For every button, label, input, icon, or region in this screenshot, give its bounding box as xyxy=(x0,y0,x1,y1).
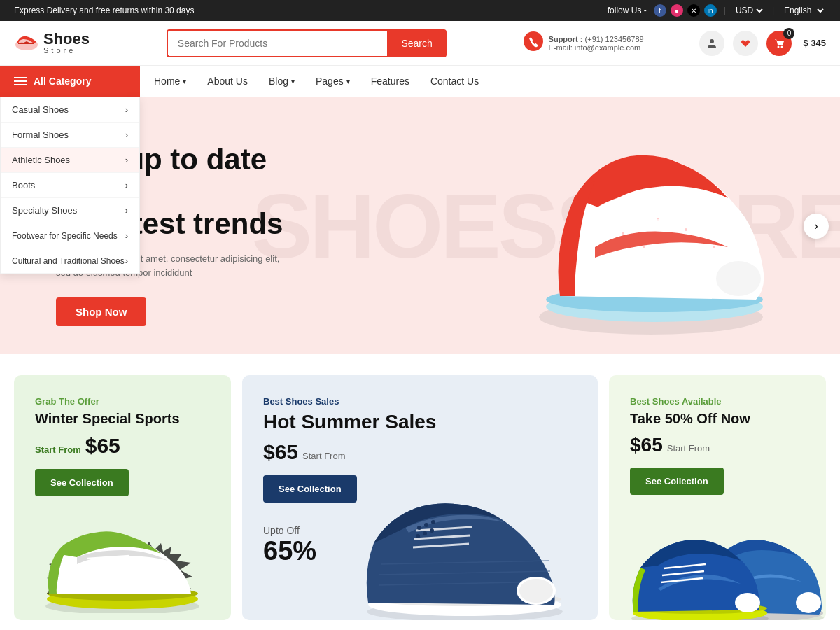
hero-shoe-svg xyxy=(518,107,784,345)
svg-point-38 xyxy=(416,534,420,538)
dropdown-item-formal[interactable]: Formal Shoes › xyxy=(1,122,139,148)
nav-blog[interactable]: Blog ▾ xyxy=(269,66,295,97)
dropdown-label: Boots xyxy=(12,180,35,190)
dropdown-item-footwear[interactable]: Footwear for Specific Needs › xyxy=(1,223,139,248)
navigation: All Category Casual Shoes › Formal Shoes… xyxy=(0,66,840,97)
svg-point-3 xyxy=(778,46,780,48)
dropdown-item-specialty[interactable]: Specialty Shoes › xyxy=(1,198,139,223)
chevron-right-icon: › xyxy=(125,230,128,241)
wishlist-button[interactable] xyxy=(733,31,758,56)
promo-card-discount: Best Shoes Available Take 50% Off Now $6… xyxy=(609,375,826,620)
cart-badge: 0 xyxy=(783,28,794,39)
svg-point-34 xyxy=(519,579,553,603)
nav-contact-label: Contact Us xyxy=(430,76,479,87)
svg-point-2 xyxy=(710,39,714,43)
dropdown-label: Casual Shoes xyxy=(12,104,69,115)
see-collection-button-1[interactable]: See Collection xyxy=(35,469,129,496)
promo-shoe-1 xyxy=(31,515,214,613)
promo-start-2: Start From xyxy=(302,451,345,461)
svg-point-8 xyxy=(622,232,624,234)
phone-icon xyxy=(524,31,543,55)
chevron-right-icon: › xyxy=(125,130,128,140)
logo[interactable]: Shoes Store xyxy=(14,28,90,58)
twitter-icon[interactable]: ✕ xyxy=(687,4,700,17)
chevron-down-icon: ▾ xyxy=(346,78,350,85)
nav-home-label: Home xyxy=(154,76,180,87)
nav-home[interactable]: Home ▾ xyxy=(154,66,186,97)
support-label: Support : xyxy=(549,35,583,43)
promo-text: Express Delivery and free returns within… xyxy=(14,6,194,15)
language-select[interactable]: EnglishFrenchSpanish xyxy=(781,5,826,16)
top-bar-right: follow Us - f ● ✕ in | USDEURGBP | Engli… xyxy=(608,4,826,17)
currency-select[interactable]: USDEURGBP xyxy=(733,5,765,16)
dropdown-label: Athletic Shoes xyxy=(12,155,70,165)
promo-price-line-1: Start From $65 xyxy=(35,434,210,458)
see-collection-button-3[interactable]: See Collection xyxy=(630,468,724,495)
promo-start-1: Start From xyxy=(35,444,81,455)
svg-point-47 xyxy=(735,593,760,612)
see-collection-button-2[interactable]: See Collection xyxy=(263,475,357,503)
svg-point-35 xyxy=(417,526,421,530)
shop-now-button[interactable]: Shop Now xyxy=(56,298,146,326)
logo-text: Shoes Store xyxy=(43,31,90,55)
svg-point-12 xyxy=(713,246,715,248)
promo-price-1: $65 xyxy=(85,434,120,458)
dropdown-item-athletic[interactable]: Athletic Shoes › xyxy=(1,148,139,173)
header-actions: 0 $ 345 xyxy=(699,31,826,56)
hero-image xyxy=(518,97,784,354)
svg-point-39 xyxy=(423,531,427,536)
nav-pages[interactable]: Pages ▾ xyxy=(316,66,350,97)
svg-point-40 xyxy=(430,528,434,533)
chevron-down-icon: ▾ xyxy=(291,78,295,85)
dropdown-item-boots[interactable]: Boots › xyxy=(1,173,139,198)
separator: | xyxy=(724,6,726,15)
header: Shoes Store Search Support : (+91) 12345… xyxy=(0,21,840,66)
follow-label: follow Us - xyxy=(608,6,647,15)
chevron-down-icon: ▾ xyxy=(183,78,186,85)
logo-store: Store xyxy=(43,47,90,55)
svg-point-4 xyxy=(781,46,783,48)
search-input[interactable] xyxy=(167,29,388,57)
dropdown-item-cultural[interactable]: Cultural and Traditional Shoes › xyxy=(1,248,139,274)
linkedin-icon[interactable]: in xyxy=(704,4,717,17)
separator2: | xyxy=(772,6,774,15)
svg-point-14 xyxy=(716,261,761,296)
main-nav: Home ▾ About Us Blog ▾ Pages ▾ Features … xyxy=(140,66,840,97)
all-category-button[interactable]: All Category xyxy=(0,66,140,97)
svg-point-1 xyxy=(524,31,543,51)
social-icons: f ● ✕ in xyxy=(654,4,717,17)
svg-point-37 xyxy=(431,520,435,524)
facebook-icon[interactable]: f xyxy=(654,4,666,17)
logo-icon xyxy=(14,28,39,58)
search-button[interactable]: Search xyxy=(387,29,446,57)
dropdown-label: Footwear for Specific Needs xyxy=(12,231,118,241)
promo-section: Grab The Offer Winter Special Sports Sta… xyxy=(0,354,840,630)
logo-name: Shoes xyxy=(43,31,90,47)
account-button[interactable] xyxy=(699,31,724,56)
nav-blog-label: Blog xyxy=(269,76,288,87)
promo-price-3: $65 xyxy=(630,434,663,456)
chevron-right-icon: › xyxy=(125,180,128,190)
dropdown-label: Cultural and Traditional Shoes xyxy=(12,256,125,266)
dropdown-item-casual[interactable]: Casual Shoes › xyxy=(1,97,139,122)
promo-small-title-3: Best Shoes Available xyxy=(630,396,805,407)
nav-features[interactable]: Features xyxy=(371,66,410,97)
svg-point-11 xyxy=(643,246,645,248)
chevron-right-icon: › xyxy=(125,104,128,115)
support-text: Support : (+91) 123456789 E-mail: info@e… xyxy=(549,35,644,52)
promo-small-title-2: Best Shoes Sales xyxy=(263,396,577,407)
instagram-icon[interactable]: ● xyxy=(671,4,683,17)
dropdown-label: Specialty Shoes xyxy=(12,205,77,216)
nav-contact[interactable]: Contact Us xyxy=(430,66,479,97)
promo-start-3: Start From xyxy=(667,443,710,454)
dropdown-label: Formal Shoes xyxy=(12,130,69,140)
promo-title-1: Winter Special Sports xyxy=(35,411,210,427)
nav-pages-label: Pages xyxy=(316,76,344,87)
hero-next-button[interactable]: › xyxy=(804,214,829,239)
nav-about[interactable]: About Us xyxy=(207,66,248,97)
header-support: Support : (+91) 123456789 E-mail: info@e… xyxy=(524,31,644,55)
promo-price-2: $65 xyxy=(263,440,298,464)
hamburger-icon xyxy=(14,77,27,85)
support-phone: (+91) 123456789 xyxy=(585,35,644,43)
cart-button[interactable]: 0 xyxy=(766,31,792,56)
